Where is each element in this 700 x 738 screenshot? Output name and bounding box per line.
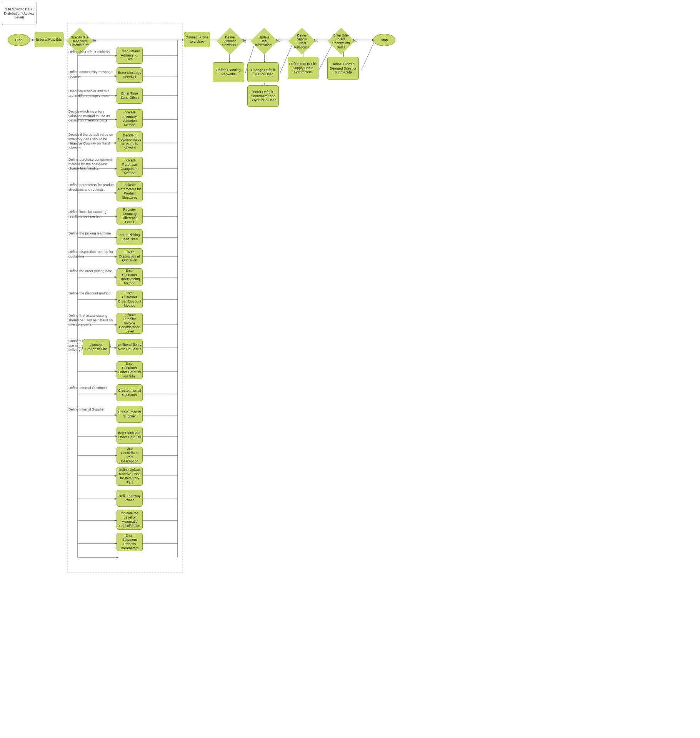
site-reservation-diamond[interactable]: Enter Site-to-site Reservation Data? (328, 28, 355, 55)
define-allowed-node[interactable]: Define Allowed Demand Sites for Supply S… (327, 57, 359, 80)
desc-int-supp: Define Internal Supplier (68, 407, 115, 412)
change-default-site-label: Change Default Site for User (248, 67, 278, 77)
register-counting-node[interactable]: Register Counting Difference Limits (117, 208, 143, 224)
indicate-purch-comp-label: Indicate Purchase Component Method (117, 158, 142, 176)
create-internal-supp-label: Create Internal Supplier (117, 409, 142, 419)
desc-int-cust: Define Internal Customer (68, 386, 115, 391)
indicate-params-label: Indicate Parameters for Product Structur… (117, 182, 142, 200)
enter-cust-order-def-label: Enter Customer Order Defaults on Site (117, 361, 142, 379)
desc-default-addr: Define the Default Address (68, 50, 115, 55)
diagram-container: Site Specific Data, Distribution (Activi… (0, 0, 700, 738)
specify-site-label: Specify Site Dependent Parameters? (70, 35, 90, 48)
site-reservation-q-label: Enter Site-to-site Reservation Data? (332, 33, 351, 50)
indicate-inv-val-node[interactable]: Indicate Inventory Valuation Method (117, 109, 143, 128)
define-default-recv-node[interactable]: Define Default Receive Case for Inventor… (117, 467, 143, 486)
indicate-consolidation-label: Indicate the Level of Automatic Consolid… (117, 510, 142, 529)
decide-negative-node[interactable]: Decide if Negative Value on Hand is Allo… (117, 131, 143, 152)
create-internal-cust-node[interactable]: Create Internal Customer (117, 384, 143, 401)
enter-timezone-label: Enter Time Zone Offset (117, 91, 142, 101)
indicate-supplier-inv-label: Indicate Supplier Invoice Consideration … (117, 312, 142, 334)
enter-picking-node[interactable]: Enter Picking Lead Time (117, 229, 143, 245)
define-delivery-node[interactable]: Define Delivery Note No Series (117, 339, 143, 355)
enter-timezone-node[interactable]: Enter Time Zone Offset (117, 88, 143, 104)
enter-cust-pricing-node[interactable]: Enter Customer Order Pricing Method (117, 268, 143, 286)
enter-new-site-label: Enter a New Site (35, 37, 63, 43)
indicate-params-node[interactable]: Indicate Parameters for Product Structur… (117, 181, 143, 201)
enter-disposition-label: Enter Disposition of Quotation (117, 249, 142, 263)
define-planning-label: Define Planning Networks (213, 67, 244, 77)
enter-default-coord-label: Enter Default Coordinator and Buyer for … (248, 89, 278, 103)
stop-node: Stop (373, 34, 395, 46)
enter-intersite-node[interactable]: Enter Inter-Site Order Defaults (117, 427, 143, 444)
define-site-supply-label: Define Site to Site Supply Chain Paramet… (288, 61, 318, 75)
title-note: Site Specific Data, Distribution (Activi… (2, 2, 37, 25)
enter-disposition-node[interactable]: Enter Disposition of Quotation (117, 248, 143, 264)
enter-intersite-label: Enter Inter-Site Order Defaults (117, 430, 142, 440)
enter-picking-label: Enter Picking Lead Time (117, 232, 142, 242)
start-node: Start (8, 34, 30, 46)
site-reservation-no-label: No (353, 38, 358, 42)
desc-discount: Define the discount method. (68, 291, 115, 296)
enter-msg-recv-label: Enter Message Receiver (117, 70, 142, 80)
specify-no-label: No (92, 38, 96, 42)
supply-chain-diamond[interactable]: Define Supply Chain Relations? (288, 28, 316, 55)
enter-cust-order-def-node[interactable]: Enter Customer Order Defaults on Site (117, 361, 143, 379)
enter-default-addr-node[interactable]: Enter Default Address for Site (117, 47, 143, 64)
define-allowed-label: Define Allowed Demand Sites for Supply S… (328, 62, 358, 75)
planning-no-label: No (242, 38, 246, 42)
enter-shipment-label: Enter Shipment Process Parameters (117, 533, 142, 551)
enter-cust-discount-node[interactable]: Enter Customer Order Discount Method (117, 291, 143, 308)
decide-negative-label: Decide if Negative Value on Hand is Allo… (117, 133, 142, 151)
desc-negative: Decide if the default value on inventory… (68, 133, 115, 151)
define-planning-q-label: Define Planning Networks? (220, 35, 240, 48)
create-internal-cust-label: Create Internal Customer (117, 388, 142, 398)
refill-putaway-node[interactable]: Refill Putaway Zones (117, 490, 143, 507)
connect-branch-node[interactable]: Connect Branch to Site (83, 339, 110, 355)
change-default-site-node[interactable]: Change Default Site for User (247, 62, 279, 82)
indicate-purch-comp-node[interactable]: Indicate Purchase Component Method (117, 157, 143, 177)
update-user-q-label: Update User Information? (254, 35, 274, 48)
define-default-recv-label: Define Default Receive Case for Inventor… (117, 467, 142, 485)
define-planning-diamond[interactable]: Define Planning Networks? (217, 28, 244, 55)
desc-counting: Define limits for counting results to be… (68, 210, 115, 219)
indicate-supplier-inv-node[interactable]: Indicate Supplier Invoice Consideration … (117, 313, 143, 334)
desc-prod-struct: Define parameters for product structures… (68, 183, 115, 192)
desc-pricing: Define the order pricing date. (68, 269, 115, 274)
desc-inv-val: Decide which inventory valuation method … (68, 110, 115, 123)
desc-disposition: Define disposition method for quotations (68, 250, 115, 259)
supply-chain-no-label: No (314, 38, 318, 42)
update-user-no-label: No (276, 38, 281, 42)
update-user-diamond[interactable]: Update User Information? (251, 28, 278, 55)
define-planning-node[interactable]: Define Planning Networks (213, 62, 244, 82)
indicate-consolidation-node[interactable]: Indicate the Level of Automatic Consolid… (117, 510, 143, 530)
refill-putaway-label: Refill Putaway Zones (117, 493, 142, 503)
enter-shipment-node[interactable]: Enter Shipment Process Parameters (117, 533, 143, 551)
indicate-inv-val-label: Indicate Inventory Valuation Method (117, 110, 142, 128)
desc-picking: Define the picking lead time (68, 231, 115, 236)
enter-default-addr-label: Enter Default Address for Site (117, 48, 142, 62)
title-text: Site Specific Data, Distribution (Activi… (2, 7, 36, 20)
stop-label: Stop (380, 37, 389, 43)
enter-msg-recv-node[interactable]: Enter Message Receiver (117, 67, 143, 83)
connect-site-user-label: Connect a Site to a User (184, 35, 210, 45)
connect-site-user-node[interactable]: Connect a Site to a User (184, 32, 210, 47)
enter-new-site-node[interactable]: Enter a New Site (35, 32, 63, 47)
use-centralized-node[interactable]: Use Centralized Part Description (117, 447, 143, 464)
use-centralized-label: Use Centralized Part Description (117, 446, 142, 464)
connect-branch-label: Connect Branch to Site (83, 342, 109, 352)
start-label: Start (14, 37, 23, 43)
enter-default-coord-node[interactable]: Enter Default Coordinator and Buyer for … (247, 85, 279, 107)
svg-line-68 (362, 40, 375, 70)
register-counting-label: Register Counting Difference Limits (117, 207, 142, 225)
desc-timezone: Used when server and site are in differe… (68, 89, 115, 98)
enter-cust-discount-label: Enter Customer Order Discount Method (117, 290, 142, 308)
create-internal-supp-node[interactable]: Create Internal Supplier (117, 406, 143, 423)
desc-purch-comp: Define purchase component method for the… (68, 158, 115, 171)
define-site-supply-node[interactable]: Define Site to Site Supply Chain Paramet… (288, 57, 318, 79)
desc-supplier-inv: Define that actual costing should be use… (68, 314, 115, 327)
define-delivery-label: Define Delivery Note No Series (117, 342, 142, 352)
desc-connectivity: Define connectivity message receiver (68, 70, 115, 79)
enter-cust-pricing-label: Enter Customer Order Pricing Method (117, 268, 142, 286)
supply-chain-q-label: Define Supply Chain Relations? (292, 33, 312, 50)
